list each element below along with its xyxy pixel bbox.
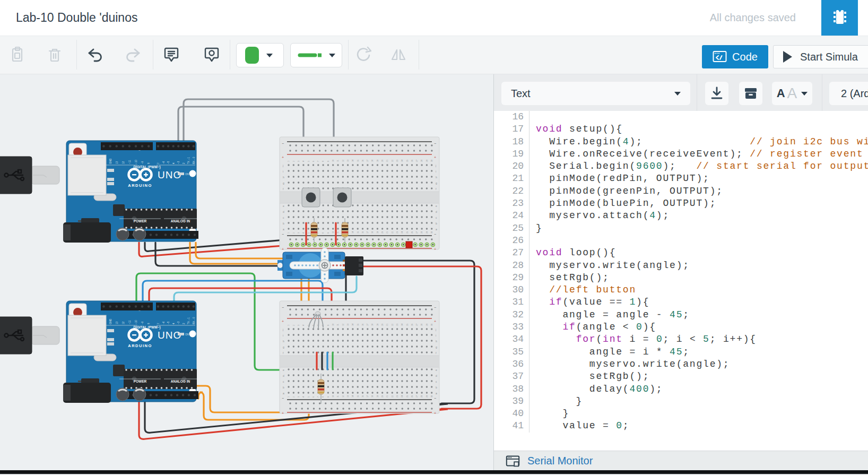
font-size-icon: A (787, 85, 797, 102)
toolbar-divider (348, 40, 349, 70)
code-panel-toolbar: Text A A 2 (Ard (494, 74, 868, 111)
code-line: 36 myservo.write(angle); (494, 358, 868, 370)
archive-icon (743, 85, 759, 101)
code-line: 25} (494, 222, 868, 235)
code-mode-value: Text (511, 88, 531, 100)
chevron-down-icon (266, 54, 273, 57)
download-icon (709, 85, 725, 101)
code-line: 38 delay(400); (494, 383, 868, 395)
code-line: 21 pinMode(redPin, OUTPUT); (494, 172, 868, 185)
micro-servo[interactable] (277, 248, 363, 283)
code-line: 17void setup(){ (494, 123, 868, 135)
bottom-edge-bar (0, 470, 868, 475)
panel-divider (697, 74, 697, 111)
save-status: All changes saved (710, 0, 796, 36)
copy-icon[interactable] (8, 46, 27, 64)
design-title[interactable]: Lab-10 Double 'duinos (16, 0, 137, 36)
serial-monitor-icon (506, 454, 520, 468)
code-line: 33 if(angle < 0){ (494, 321, 868, 333)
inspect-icon[interactable] (203, 46, 221, 64)
rotate-icon[interactable] (353, 46, 371, 64)
chevron-down-icon (674, 92, 681, 96)
code-panel: Text A A 2 (Ard 1617void setu (493, 74, 868, 470)
serial-monitor-label: Serial Monitor (527, 455, 593, 467)
flip-icon[interactable] (389, 46, 407, 64)
library-button[interactable] (739, 82, 762, 105)
toolbar-divider (419, 40, 419, 70)
code-editor[interactable]: 1617void setup(){18 Wire.begin(4); // jo… (494, 111, 868, 451)
chevron-down-icon (801, 92, 808, 96)
usb-cable-top[interactable] (0, 157, 59, 194)
code-line: 26 (494, 235, 868, 247)
code-line: 41 value = 0; (494, 420, 868, 432)
code-button-label: Code (732, 51, 758, 63)
color-swatch-green (245, 47, 259, 64)
code-line: 39 } (494, 395, 868, 408)
circuit-canvas[interactable]: AREFGND1312~11~10~98 7~6~54~32TX→1RX←0 D… (0, 74, 493, 470)
code-line: 16 (494, 111, 868, 123)
rail-marker-red-square[interactable] (406, 241, 412, 248)
code-line: 29 setRgb(); (494, 272, 868, 284)
code-line: 31 if(value == 1){ (494, 296, 868, 308)
usb-cable-bottom[interactable] (0, 317, 59, 354)
font-size-icon: A (777, 87, 785, 100)
redo-icon[interactable] (124, 46, 142, 64)
toolbar-divider (230, 40, 230, 70)
code-lines: 1617void setup(){18 Wire.begin(4); // jo… (494, 111, 868, 433)
pushbutton-1[interactable] (302, 188, 320, 207)
app-header: Lab-10 Double 'duinos All changes saved (0, 0, 868, 36)
code-line: 32 angle = angle - 45; (494, 309, 868, 321)
code-button[interactable]: Code (702, 45, 768, 68)
start-simulation-label: Start Simula (800, 51, 858, 63)
code-mode-select[interactable]: Text (501, 82, 690, 105)
pushbutton-2[interactable] (333, 188, 351, 207)
code-line: 22 pinMode(greenPin, OUTPUT); (494, 185, 868, 197)
code-line: 24 myservo.attach(4); (494, 210, 868, 222)
usb-port-top (68, 155, 106, 195)
code-line: 37 setRgb(); (494, 370, 868, 383)
code-window-icon (713, 50, 727, 63)
toolbar: Code Start Simula (0, 36, 868, 74)
code-line: 23 pinMode(bluePin, OUTPUT); (494, 197, 868, 210)
delete-icon[interactable] (46, 46, 64, 64)
chevron-down-icon (329, 54, 335, 57)
code-line: 19 Wire.onReceive(receiveEvent); // regi… (494, 148, 868, 160)
undo-icon[interactable] (86, 46, 105, 64)
toolbar-divider (153, 40, 153, 70)
code-line: 30 //left button (494, 284, 868, 296)
chip-icon (830, 7, 849, 29)
board-select-value: 2 (Ard (841, 88, 868, 100)
breadboard-bottom[interactable] (280, 301, 439, 415)
code-line: 28 myservo.write(angle); (494, 260, 868, 272)
download-code-button[interactable] (705, 82, 728, 105)
code-line: 34 for(int i = 0; i < 5; i++){ (494, 333, 868, 346)
serial-monitor-toggle[interactable]: Serial Monitor (494, 451, 868, 471)
wire-style-select[interactable] (290, 43, 342, 67)
code-line: 27void loop(){ (494, 247, 868, 259)
component-color-select[interactable] (236, 43, 284, 67)
code-line: 20 Serial.begin(9600); // start serial f… (494, 160, 868, 172)
code-line: 35 angle = i * 45; (494, 346, 868, 358)
panel-divider (822, 74, 822, 111)
start-simulation-button[interactable]: Start Simula (773, 45, 868, 68)
wire-preview-icon (296, 50, 324, 61)
code-line: 40 } (494, 408, 868, 420)
play-icon (783, 51, 793, 63)
font-size-select[interactable]: A A (772, 82, 812, 105)
board-select[interactable]: 2 (Ard (829, 82, 868, 105)
toolbar-divider (76, 40, 77, 70)
code-line: 18 Wire.begin(4); // join i2c bus wi (494, 136, 868, 148)
notes-icon[interactable] (162, 46, 180, 64)
components-panel-button[interactable] (821, 0, 858, 36)
usb-port-bottom (68, 315, 106, 356)
